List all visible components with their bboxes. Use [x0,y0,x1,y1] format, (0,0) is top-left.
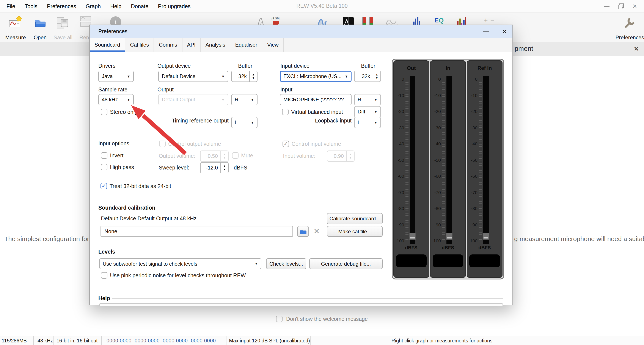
wrench-icon[interactable] [622,15,637,30]
menu-donate[interactable]: Donate [126,0,153,12]
menu-help[interactable]: Help [106,0,126,12]
meter-title: Out [394,65,429,71]
chevron-down-icon: ▼ [127,74,130,78]
open-button[interactable]: Open [34,34,46,40]
output-channel-select[interactable]: R▼ [231,94,258,105]
check-levels-button[interactable]: Check levels... [266,258,306,269]
mute-label: Mute [241,153,253,159]
input-buffer-spinner[interactable]: 32k ▲▼ [354,71,381,82]
preferences-button[interactable]: Preferences [616,34,644,40]
meter-scale-label: -50 [394,157,404,162]
tab-equaliser[interactable]: Equaliser [230,38,262,52]
make-cal-file-button[interactable]: Make cal file... [327,226,382,237]
dialog-titlebar[interactable]: Preferences ✕ [90,25,512,38]
balanced-mode-select[interactable]: Diff▼ [354,106,381,117]
chevron-down-icon: ▼ [250,120,254,124]
calibrate-soundcard-button[interactable]: Calibrate soundcard... [327,213,382,224]
calibration-header: Soundcard calibration [98,205,155,211]
menu-preferences[interactable]: Preferences [42,0,81,12]
mute-checkbox: ✓ [232,152,238,159]
save-all-icon[interactable] [56,16,70,29]
menu-graph[interactable]: Graph [81,0,106,12]
tab-soundcard[interactable]: Soundcard [90,38,125,52]
meter-fader-thumb[interactable] [483,233,489,240]
output-device-label: Output device [158,63,191,69]
virtual-balanced-label: Virtual balanced input [291,109,343,115]
loopback-select[interactable]: L▼ [354,117,381,128]
control-output-volume-label: Control output volume [168,141,221,147]
tab-api[interactable]: API [182,38,201,52]
tab-cal-files[interactable]: Cal files [125,38,154,52]
tab-analysis[interactable]: Analysis [201,38,230,52]
dialog-title: Preferences [98,28,128,34]
treat-32bit-checkbox[interactable]: ✓ [100,183,107,189]
spinner-up-icon: ▲ [223,165,226,168]
input-select[interactable]: MICROPHONE (????? ??...▼ [280,94,352,105]
remove-button: Rem [79,34,90,40]
meter-bar [410,76,416,244]
cal-file-field[interactable]: None [100,226,293,237]
minimize-icon[interactable] [604,6,610,7]
high-pass-checkbox[interactable]: ✓ [101,164,108,170]
timing-ref-select[interactable]: L▼ [231,117,258,128]
levels-signal-select[interactable]: Use subwoofer test signal to check level… [99,258,262,269]
dont-show-checkbox[interactable] [276,316,283,322]
clear-cal-file-icon[interactable]: ✕ [311,226,322,237]
meter-readout [433,254,463,268]
chevron-down-icon: ▼ [254,262,258,266]
status-item-5: Right click graph or measurements for ac… [310,336,644,345]
browse-cal-file-button[interactable] [297,226,309,237]
help-header: Help [98,296,110,302]
meter-scale-label: -60 [430,173,441,178]
sweep-level-label: Sweep level: [159,165,189,171]
menu-pro-upgrades[interactable]: Pro upgrades [153,0,195,12]
open-icon[interactable] [34,16,46,28]
meter-scale-label: -70 [394,190,404,195]
input-volume-spinner: 0.90 ▲▼ [327,150,354,162]
input-device-select[interactable]: EXCL: Microphone (US...▼ [280,71,352,82]
welcome-text-right: g measurement microphone will need a sui… [514,235,644,242]
virtual-balanced-checkbox[interactable]: ✓ [282,109,288,115]
meter-scale-label: -80 [430,206,441,211]
menu-file[interactable]: File [2,0,20,12]
sample-rate-select[interactable]: 48 kHz▼ [98,94,134,105]
meter-scale-label: -100 [467,238,478,243]
welcome-tab-close-icon[interactable]: ✕ [634,45,639,52]
menu-tools[interactable]: Tools [20,0,42,12]
meter-scale-label: -10 [430,92,441,98]
meter-scale-label: -20 [394,109,404,114]
meter-ticks [442,79,445,241]
meter-scale-label: -70 [430,190,441,195]
invert-checkbox[interactable]: ✓ [101,152,108,159]
drivers-select[interactable]: Java▼ [98,71,134,82]
measure-button[interactable]: Measure [5,34,26,40]
restore-icon[interactable] [618,4,624,9]
chevron-down-icon: ▼ [250,98,254,102]
close-icon[interactable]: ✕ [632,4,637,9]
tab-comms[interactable]: Comms [154,38,182,52]
stereo-only-checkbox[interactable]: ✓ [101,109,108,115]
folder-icon [300,228,306,234]
dialog-minimize-icon[interactable] [483,32,489,32]
control-input-volume-label: Control input volume [292,141,341,147]
sweep-level-spinner[interactable]: -12.0 ▲▼ [200,162,228,173]
chevron-down-icon: ▼ [374,110,378,114]
dialog-close-icon[interactable]: ✕ [502,28,507,35]
input-channel-select[interactable]: R▼ [354,94,381,105]
tab-view[interactable]: View [262,38,284,52]
measure-icon[interactable] [9,16,22,29]
spinner-up-icon: ▲ [376,73,378,76]
meter-title: Ref In [467,65,502,71]
preferences-dialog: Preferences ✕ SoundcardCal filesCommsAPI… [89,24,513,305]
calibration-device-line: Default Device Default Output at 48 kHz [101,216,196,222]
control-output-volume-checkbox: ✓ [159,140,166,147]
meter-fader-thumb[interactable] [409,233,416,240]
chevron-down-icon: ▼ [221,74,225,78]
spinner-up-icon: ▲ [349,153,352,156]
output-buffer-spinner[interactable]: 32k ▲▼ [231,71,258,82]
treat-32bit-label: Treat 32-bit data as 24-bit [110,183,171,189]
meter-fader-thumb[interactable] [446,233,452,240]
pink-noise-checkbox[interactable]: ✓ [101,272,108,278]
output-device-select[interactable]: Default Device▼ [158,71,228,82]
generate-debug-button[interactable]: Generate debug file... [309,258,382,269]
